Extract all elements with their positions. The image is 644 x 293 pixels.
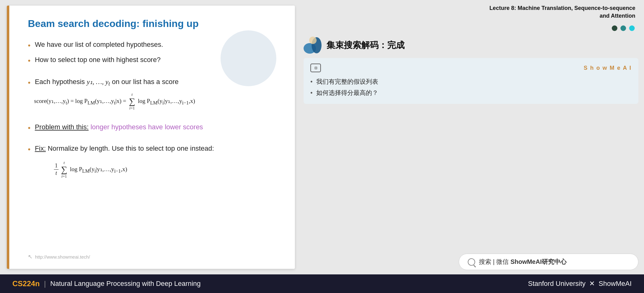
footer: CS224n | Natural Language Processing wit… <box>0 274 644 293</box>
chinese-title-row: 集束搜索解码：完成 <box>304 37 638 54</box>
trans-item-2: • 如何选择得分最高的？ <box>310 87 632 98</box>
cursor-icon: ↖ <box>28 253 33 260</box>
bullet-text-2: How to select top one with highest score… <box>35 54 160 65</box>
bullet-text-3: Each hypothesis y₁, …, yt on our list ha… <box>35 76 178 89</box>
dot-teal <box>620 25 626 31</box>
lecture-line1: Lecture 8: Machine Translation, Sequence… <box>304 4 635 12</box>
trans-dot-2: • <box>310 87 313 98</box>
fraction-den: t <box>55 170 58 176</box>
footer-right-text: Stanford University ✕ ShowMeAI <box>528 280 632 287</box>
bullet-dot-problem: • <box>28 122 30 135</box>
list-item-problem: • Problem with this: longer hypotheses h… <box>28 121 279 135</box>
score-eq-end: log PLM(yi|y₁,…,yi−1,x) <box>136 97 195 106</box>
score-equation: score(y₁,…,yt) = log PLM(y₁,…,yt|x) = t … <box>34 92 279 111</box>
fix-line: Fix: Normalize by length. Use this to se… <box>35 143 214 154</box>
trans-text-1: 我们有完整的假设列表 <box>316 76 378 87</box>
footer-course-name: Natural Language Processing with Deep Le… <box>50 280 201 288</box>
stanford-text: Stanford University <box>528 280 586 287</box>
translation-header: ⊡ S h o w M e A I <box>310 64 632 72</box>
ai-icon-box: ⊡ <box>310 64 321 72</box>
bullet-list-3: • Problem with this: longer hypotheses h… <box>28 121 279 135</box>
lecture-header: Lecture 8: Machine Translation, Sequence… <box>304 4 638 20</box>
dot-cyan <box>629 25 635 31</box>
main-container: Beam search decoding: finishing up • We … <box>0 0 644 293</box>
sum-symbol-2: t ∑ i=1 <box>61 160 67 179</box>
normalized-score-equation: 1 t t ∑ i=1 log PLM(yi|y₁,…,yi−1,x) <box>53 160 279 179</box>
slide-title: Beam search decoding: finishing up <box>28 18 279 29</box>
fix-text: Normalize by length. Use this to select … <box>48 144 214 152</box>
bullet-dot: • <box>28 77 30 89</box>
sigma: ∑ <box>129 97 135 106</box>
search-icon <box>468 258 475 266</box>
bullet-dot: • <box>28 55 30 67</box>
showmeai-brand: S h o w M e A I <box>584 65 632 71</box>
bullet-dot-fix: • <box>28 143 30 156</box>
slide-panel: Beam search decoding: finishing up • We … <box>7 6 295 269</box>
problem-line: Problem with this: longer hypotheses hav… <box>35 121 203 133</box>
norm-eq-end: log PLM(yi|y₁,…,yi−1,x) <box>68 166 127 174</box>
search-brand: ShowMeAI研究中心 <box>510 258 567 265</box>
x-separator: ✕ <box>589 280 597 287</box>
math-vars: y₁, …, yt <box>87 78 110 86</box>
sum-bot-2: i=1 <box>61 174 67 179</box>
bullet-list-4: • Fix: Normalize by length. Use this to … <box>28 143 279 156</box>
showmeai-footer: ShowMeAI <box>599 280 632 287</box>
bullet-dot: • <box>28 39 30 52</box>
sigma-2: ∑ <box>61 165 67 174</box>
dots-row <box>304 25 638 31</box>
lecture-line2: and Attention <box>304 12 635 20</box>
decoration-circle <box>221 30 276 86</box>
score-eq-text: score(y₁,…,yt) = log PLM(y₁,…,yt|x) = <box>34 97 128 106</box>
search-box[interactable]: 搜索 | 微信 ShowMeAI研究中心 <box>459 254 638 270</box>
bullet-text-1: We have our list of completed hypotheses… <box>35 39 163 50</box>
translation-bullets: • 我们有完整的假设列表 • 如何选择得分最高的？ <box>310 76 632 98</box>
url-area: ↖ http://www.showmeai.tech/ <box>28 253 90 260</box>
footer-cs-label: CS224n <box>12 279 40 288</box>
url-link[interactable]: http://www.showmeai.tech/ <box>35 254 90 260</box>
fix-label: Fix: <box>35 144 46 152</box>
wave-icon <box>304 37 322 54</box>
chinese-title: 集束搜索解码：完成 <box>326 39 405 51</box>
search-text: 搜索 | 微信 ShowMeAI研究中心 <box>479 258 567 266</box>
sum-symbol: t ∑ i=1 <box>129 92 135 111</box>
dot-dark <box>612 25 617 31</box>
sum-bot: i=1 <box>129 106 135 111</box>
right-panel: Lecture 8: Machine Translation, Sequence… <box>300 0 644 274</box>
svg-point-2 <box>309 37 317 44</box>
footer-left: CS224n | Natural Language Processing wit… <box>12 279 201 288</box>
trans-text-2: 如何选择得分最高的？ <box>316 87 378 98</box>
fraction: 1 t <box>54 162 59 176</box>
content-area: Beam search decoding: finishing up • We … <box>0 0 644 274</box>
trans-item-1: • 我们有完整的假设列表 <box>310 76 632 87</box>
footer-right: Stanford University ✕ ShowMeAI <box>528 280 632 288</box>
list-item-fix: • Fix: Normalize by length. Use this to … <box>28 143 279 156</box>
fraction-num: 1 <box>54 162 59 170</box>
problem-text: longer hypotheses have lower scores <box>90 123 203 131</box>
problem-label: Problem with this: <box>35 123 89 131</box>
footer-divider: | <box>44 279 46 288</box>
ai-icon: ⊡ <box>314 66 317 70</box>
translation-box: ⊡ S h o w M e A I • 我们有完整的假设列表 • 如何选择得分最… <box>304 58 638 104</box>
trans-dot-1: • <box>310 76 313 87</box>
